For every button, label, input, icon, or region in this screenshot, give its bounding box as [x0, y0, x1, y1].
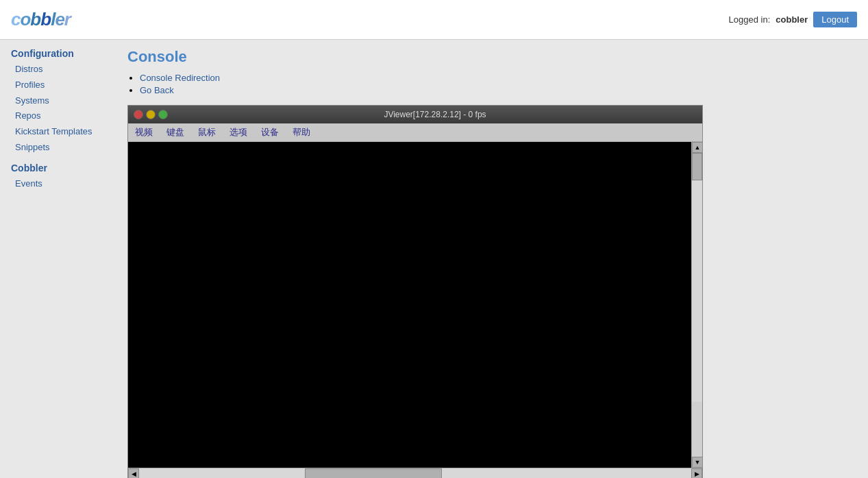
sidebar-item-repos[interactable]: Repos [11, 108, 106, 124]
list-item: Console Redirection [140, 73, 857, 83]
scroll-thumb-vertical[interactable] [692, 153, 702, 180]
scroll-track-vertical [692, 153, 702, 402]
sidebar-item-events[interactable]: Events [11, 176, 106, 192]
close-icon[interactable] [134, 110, 143, 119]
scroll-down-button[interactable]: ▼ [692, 457, 703, 468]
jviewer-titlebar: JViewer[172.28.2.12] - 0 fps [128, 106, 702, 123]
sidebar-cobbler-title: Cobbler [11, 163, 106, 174]
jviewer-title: JViewer[172.28.2.12] - 0 fps [173, 110, 697, 119]
jviewer-menubar: 视频 键盘 鼠标 选项 设备 帮助 [128, 123, 702, 142]
scroll-right-button[interactable]: ▶ [691, 468, 702, 478]
minimize-icon[interactable] [146, 110, 156, 119]
horizontal-scrollbar: ◀ ▶ [128, 468, 702, 478]
console-links-list: Console Redirection Go Back [127, 73, 857, 95]
go-back-link[interactable]: Go Back [140, 85, 174, 95]
scroll-track-horizontal [139, 468, 691, 478]
vertical-scrollbar[interactable]: ▲ ▼ [691, 142, 702, 468]
jviewer-body: ▲ ▼ [128, 142, 702, 468]
menu-item-keyboard[interactable]: 键盘 [164, 125, 187, 140]
logout-button[interactable]: Logout [813, 12, 857, 27]
scroll-up-button[interactable]: ▲ [692, 142, 703, 153]
main-layout: Configuration Distros Profiles Systems R… [0, 40, 868, 478]
menu-item-devices[interactable]: 设备 [258, 125, 282, 140]
maximize-icon[interactable] [158, 110, 168, 119]
menu-item-mouse[interactable]: 鼠标 [195, 125, 219, 140]
sidebar-configuration-title: Configuration [11, 48, 106, 59]
sidebar-item-systems[interactable]: Systems [11, 93, 106, 109]
console-title: Console [127, 48, 857, 66]
scroll-left-button[interactable]: ◀ [128, 468, 139, 478]
sidebar: Configuration Distros Profiles Systems R… [0, 40, 116, 478]
header: cobbler Logged in: cobbler Logout [0, 0, 868, 40]
menu-item-options[interactable]: 选项 [227, 125, 250, 140]
menu-item-help[interactable]: 帮助 [290, 125, 313, 140]
jviewer-window: JViewer[172.28.2.12] - 0 fps 视频 键盘 鼠标 选项… [127, 105, 703, 478]
content-area: Console Console Redirection Go Back JVie… [116, 40, 868, 478]
scroll-spacer [692, 402, 702, 457]
logged-in-label: Logged in: [729, 14, 771, 25]
cobbler-logo: cobbler [11, 9, 71, 30]
titlebar-buttons [134, 110, 168, 119]
logged-in-username: cobbler [776, 14, 808, 25]
scroll-thumb-horizontal[interactable] [305, 468, 442, 478]
header-right: Logged in: cobbler Logout [729, 12, 857, 27]
logo: cobbler [11, 9, 71, 30]
menu-item-video[interactable]: 视频 [132, 125, 156, 140]
sidebar-item-snippets[interactable]: Snippets [11, 140, 106, 156]
jviewer-screen[interactable] [128, 142, 691, 468]
console-redirection-link[interactable]: Console Redirection [140, 73, 220, 83]
sidebar-item-profiles[interactable]: Profiles [11, 77, 106, 93]
sidebar-item-distros[interactable]: Distros [11, 62, 106, 77]
list-item: Go Back [140, 85, 857, 95]
sidebar-item-kickstart-templates[interactable]: Kickstart Templates [11, 124, 106, 140]
